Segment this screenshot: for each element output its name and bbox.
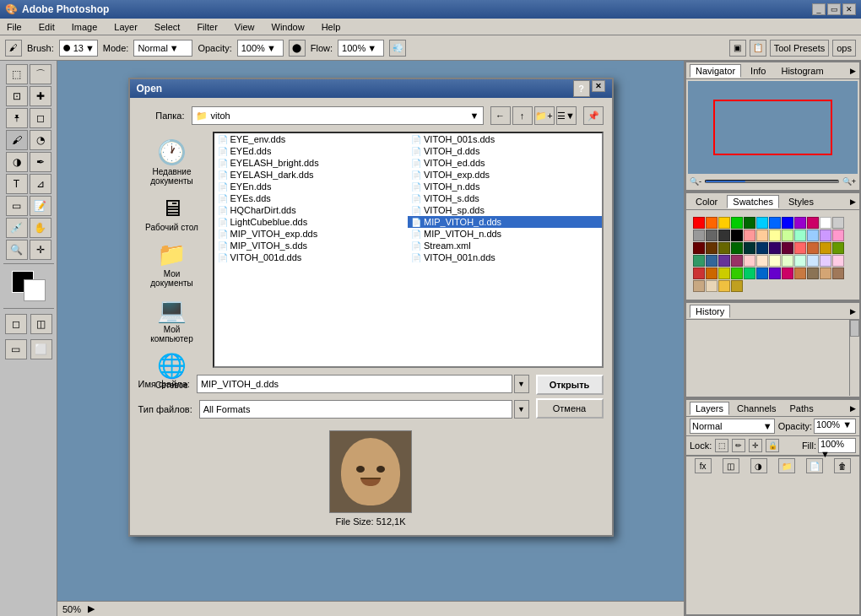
swatch-60[interactable] xyxy=(693,280,705,292)
lasso-tool[interactable]: ⌒ xyxy=(30,64,51,84)
swatch-37[interactable] xyxy=(706,255,718,267)
swatch-52[interactable] xyxy=(744,267,755,279)
swatch-4[interactable] xyxy=(744,217,755,229)
swatch-11[interactable] xyxy=(832,217,844,229)
nav-desktop[interactable]: 🖥 Рабочий стол xyxy=(142,191,203,235)
swatch-51[interactable] xyxy=(731,267,743,279)
nav-up-btn[interactable]: ↑ xyxy=(512,106,533,125)
cancel-button[interactable]: Отмена xyxy=(536,398,604,419)
swatches-panel-arrow[interactable]: ▶ xyxy=(850,197,856,206)
swatch-14[interactable] xyxy=(718,230,730,241)
swatch-36[interactable] xyxy=(693,255,705,267)
flow-dropdown[interactable]: 100% ▼ xyxy=(338,40,384,57)
history-panel-arrow[interactable]: ▶ xyxy=(850,307,856,316)
swatch-49[interactable] xyxy=(706,267,718,279)
menu-select[interactable]: Select xyxy=(151,21,184,33)
layer-folder-btn[interactable]: 📁 xyxy=(778,458,795,473)
file-VITOH_ed[interactable]: 📄 VITOH_ed.dds xyxy=(408,157,602,169)
file-VITOH_d[interactable]: 📄 VITOH_d.dds xyxy=(408,145,602,157)
lock-position-btn[interactable]: ✛ xyxy=(749,439,762,452)
brush-tool-icon[interactable]: 🖌 xyxy=(5,40,22,57)
standard-mode-btn[interactable]: ◻ xyxy=(5,314,27,334)
menu-edit[interactable]: Edit xyxy=(35,21,58,33)
nav-view-btn[interactable]: ☰▼ xyxy=(556,106,577,125)
brush-presets-btn[interactable]: 📋 xyxy=(750,40,766,57)
foreground-background-color[interactable] xyxy=(12,271,46,301)
file-VITOH_001d[interactable]: 📄 VITOH_001d.dds xyxy=(214,251,409,263)
swatch-9[interactable] xyxy=(807,217,819,229)
swatch-42[interactable] xyxy=(769,255,781,267)
file-EYELASH_bright[interactable]: 📄 EYELASH_bright.dds xyxy=(214,157,409,169)
swatch-30[interactable] xyxy=(769,242,781,254)
zoom-in-icon[interactable]: 🔍+ xyxy=(842,177,856,186)
menu-view[interactable]: View xyxy=(231,21,258,33)
swatch-48[interactable] xyxy=(693,267,705,279)
notes-tool[interactable]: 📝 xyxy=(30,196,51,216)
airbrush-btn[interactable]: 💨 xyxy=(389,40,406,57)
swatch-0[interactable] xyxy=(693,217,705,229)
file-HQCharDirt[interactable]: 📄 HQCharDirt.dds xyxy=(214,204,409,216)
menu-window[interactable]: Window xyxy=(268,21,308,33)
file-VITOH_n[interactable]: 📄 VITOH_n.dds xyxy=(408,181,602,192)
file-MIP_VITOH_exp[interactable]: 📄 MIP_VITOH_exp.dds xyxy=(214,228,409,240)
nav-recent[interactable]: 🕐 Недавние документы xyxy=(142,135,203,189)
swatch-25[interactable] xyxy=(706,242,718,254)
tab-color[interactable]: Color xyxy=(690,195,723,208)
swatch-32[interactable] xyxy=(794,242,806,254)
swatch-61[interactable] xyxy=(706,280,718,292)
swatch-39[interactable] xyxy=(731,255,743,267)
healing-brush-tool[interactable]: ✚ xyxy=(30,86,51,106)
window-controls[interactable]: _ ▭ ✕ xyxy=(812,3,856,15)
standard-screen-btn[interactable]: ▭ xyxy=(5,339,27,359)
swatch-46[interactable] xyxy=(820,255,831,267)
type-tool[interactable]: T xyxy=(6,174,28,194)
history-scroll-thumb[interactable] xyxy=(850,320,859,337)
swatch-1[interactable] xyxy=(706,217,718,229)
swatch-45[interactable] xyxy=(807,255,819,267)
swatch-5[interactable] xyxy=(756,217,768,229)
swatch-63[interactable] xyxy=(731,280,743,292)
tab-styles[interactable]: Styles xyxy=(782,195,820,208)
swatch-24[interactable] xyxy=(693,242,705,254)
dodge-tool[interactable]: ◑ xyxy=(6,152,28,172)
history-scrollbar[interactable] xyxy=(849,320,859,396)
panel-toggle-btn[interactable]: ▣ xyxy=(729,40,746,57)
swatch-43[interactable] xyxy=(782,255,793,267)
opacity-dropdown[interactable]: 100% ▼ xyxy=(237,40,284,57)
clone-stamp-tool[interactable]: 🖈 xyxy=(6,108,28,128)
blur-tool[interactable]: ◔ xyxy=(30,130,51,150)
file-EYE_env[interactable]: 📄 EYE_env.dds xyxy=(214,133,409,145)
tab-info[interactable]: Info xyxy=(745,64,772,78)
brush-size-control[interactable]: ● 13 ▼ xyxy=(59,40,98,57)
nav-documents[interactable]: 📁 Мои документы xyxy=(142,237,203,291)
dialog-help-btn[interactable]: ? xyxy=(573,80,590,97)
menu-image[interactable]: Image xyxy=(68,21,101,33)
file-Stream[interactable]: 📄 Stream.xml xyxy=(408,240,602,251)
rectangular-marquee-tool[interactable]: ⬚ xyxy=(6,64,28,84)
eraser-tool[interactable]: ◻ xyxy=(30,108,51,128)
nav-computer[interactable]: 💻 Мой компьютер xyxy=(142,293,203,347)
swatch-55[interactable] xyxy=(782,267,793,279)
shape-tool[interactable]: ▭ xyxy=(6,196,28,216)
fill-dropdown[interactable]: 100% ▼ xyxy=(818,438,856,453)
swatch-53[interactable] xyxy=(756,267,768,279)
status-arrow[interactable]: ▶ xyxy=(88,603,95,614)
file-VITOH_s[interactable]: 📄 VITOH_s.dds xyxy=(408,192,602,204)
dialog-close-btn[interactable]: ✕ xyxy=(592,80,605,92)
tab-paths[interactable]: Paths xyxy=(784,402,820,415)
swatch-28[interactable] xyxy=(744,242,755,254)
lock-pixels-btn[interactable]: ✏ xyxy=(732,439,745,452)
swatch-7[interactable] xyxy=(782,217,793,229)
swatch-3[interactable] xyxy=(731,217,743,229)
swatch-13[interactable] xyxy=(706,230,718,241)
filename-dropdown-btn[interactable]: ▼ xyxy=(514,375,529,393)
zoom-tool[interactable]: 🔍 xyxy=(6,240,28,260)
swatch-40[interactable] xyxy=(744,255,755,267)
swatch-44[interactable] xyxy=(794,255,806,267)
swatch-35[interactable] xyxy=(832,242,844,254)
folder-dropdown[interactable]: 📁 vitoh ▼ xyxy=(192,106,484,125)
menu-help[interactable]: Help xyxy=(318,21,344,33)
maximize-btn[interactable]: ▭ xyxy=(827,3,841,15)
zoom-slider-track[interactable] xyxy=(705,180,839,183)
tab-swatches[interactable]: Swatches xyxy=(727,195,779,208)
